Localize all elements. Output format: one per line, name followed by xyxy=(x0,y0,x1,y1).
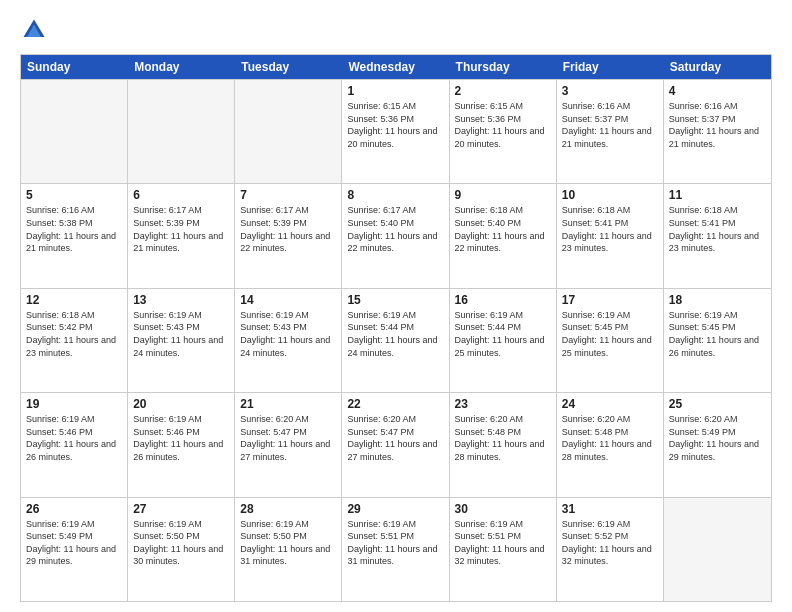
calendar-row: 19Sunrise: 6:19 AM Sunset: 5:46 PM Dayli… xyxy=(21,392,771,496)
calendar-header: SundayMondayTuesdayWednesdayThursdayFrid… xyxy=(21,55,771,79)
day-number: 4 xyxy=(669,84,766,98)
header-day: Monday xyxy=(128,55,235,79)
cell-info: Sunrise: 6:19 AM Sunset: 5:44 PM Dayligh… xyxy=(455,309,551,359)
calendar-cell: 28Sunrise: 6:19 AM Sunset: 5:50 PM Dayli… xyxy=(235,498,342,601)
header-day: Sunday xyxy=(21,55,128,79)
day-number: 18 xyxy=(669,293,766,307)
day-number: 17 xyxy=(562,293,658,307)
calendar-cell: 13Sunrise: 6:19 AM Sunset: 5:43 PM Dayli… xyxy=(128,289,235,392)
day-number: 3 xyxy=(562,84,658,98)
day-number: 15 xyxy=(347,293,443,307)
cell-info: Sunrise: 6:19 AM Sunset: 5:46 PM Dayligh… xyxy=(26,413,122,463)
day-number: 10 xyxy=(562,188,658,202)
calendar-cell: 15Sunrise: 6:19 AM Sunset: 5:44 PM Dayli… xyxy=(342,289,449,392)
day-number: 14 xyxy=(240,293,336,307)
cell-info: Sunrise: 6:20 AM Sunset: 5:48 PM Dayligh… xyxy=(455,413,551,463)
calendar-cell: 5Sunrise: 6:16 AM Sunset: 5:38 PM Daylig… xyxy=(21,184,128,287)
header xyxy=(20,16,772,44)
cell-info: Sunrise: 6:16 AM Sunset: 5:38 PM Dayligh… xyxy=(26,204,122,254)
logo xyxy=(20,16,52,44)
cell-info: Sunrise: 6:19 AM Sunset: 5:49 PM Dayligh… xyxy=(26,518,122,568)
calendar-row: 12Sunrise: 6:18 AM Sunset: 5:42 PM Dayli… xyxy=(21,288,771,392)
day-number: 26 xyxy=(26,502,122,516)
cell-info: Sunrise: 6:19 AM Sunset: 5:43 PM Dayligh… xyxy=(133,309,229,359)
cell-info: Sunrise: 6:17 AM Sunset: 5:39 PM Dayligh… xyxy=(133,204,229,254)
cell-info: Sunrise: 6:18 AM Sunset: 5:41 PM Dayligh… xyxy=(669,204,766,254)
calendar-body: 1Sunrise: 6:15 AM Sunset: 5:36 PM Daylig… xyxy=(21,79,771,601)
day-number: 23 xyxy=(455,397,551,411)
calendar-cell: 21Sunrise: 6:20 AM Sunset: 5:47 PM Dayli… xyxy=(235,393,342,496)
day-number: 22 xyxy=(347,397,443,411)
calendar-cell xyxy=(128,80,235,183)
calendar-cell: 19Sunrise: 6:19 AM Sunset: 5:46 PM Dayli… xyxy=(21,393,128,496)
day-number: 6 xyxy=(133,188,229,202)
calendar-cell: 29Sunrise: 6:19 AM Sunset: 5:51 PM Dayli… xyxy=(342,498,449,601)
cell-info: Sunrise: 6:20 AM Sunset: 5:48 PM Dayligh… xyxy=(562,413,658,463)
calendar: SundayMondayTuesdayWednesdayThursdayFrid… xyxy=(20,54,772,602)
day-number: 24 xyxy=(562,397,658,411)
cell-info: Sunrise: 6:19 AM Sunset: 5:45 PM Dayligh… xyxy=(669,309,766,359)
cell-info: Sunrise: 6:19 AM Sunset: 5:52 PM Dayligh… xyxy=(562,518,658,568)
cell-info: Sunrise: 6:19 AM Sunset: 5:44 PM Dayligh… xyxy=(347,309,443,359)
calendar-cell: 4Sunrise: 6:16 AM Sunset: 5:37 PM Daylig… xyxy=(664,80,771,183)
cell-info: Sunrise: 6:17 AM Sunset: 5:39 PM Dayligh… xyxy=(240,204,336,254)
header-day: Wednesday xyxy=(342,55,449,79)
day-number: 12 xyxy=(26,293,122,307)
cell-info: Sunrise: 6:16 AM Sunset: 5:37 PM Dayligh… xyxy=(669,100,766,150)
cell-info: Sunrise: 6:19 AM Sunset: 5:50 PM Dayligh… xyxy=(240,518,336,568)
cell-info: Sunrise: 6:20 AM Sunset: 5:47 PM Dayligh… xyxy=(347,413,443,463)
day-number: 8 xyxy=(347,188,443,202)
calendar-cell: 27Sunrise: 6:19 AM Sunset: 5:50 PM Dayli… xyxy=(128,498,235,601)
header-day: Saturday xyxy=(664,55,771,79)
calendar-cell: 17Sunrise: 6:19 AM Sunset: 5:45 PM Dayli… xyxy=(557,289,664,392)
logo-icon xyxy=(20,16,48,44)
calendar-cell xyxy=(235,80,342,183)
cell-info: Sunrise: 6:19 AM Sunset: 5:51 PM Dayligh… xyxy=(455,518,551,568)
calendar-cell: 12Sunrise: 6:18 AM Sunset: 5:42 PM Dayli… xyxy=(21,289,128,392)
cell-info: Sunrise: 6:20 AM Sunset: 5:49 PM Dayligh… xyxy=(669,413,766,463)
header-day: Thursday xyxy=(450,55,557,79)
calendar-row: 1Sunrise: 6:15 AM Sunset: 5:36 PM Daylig… xyxy=(21,79,771,183)
day-number: 16 xyxy=(455,293,551,307)
calendar-row: 26Sunrise: 6:19 AM Sunset: 5:49 PM Dayli… xyxy=(21,497,771,601)
day-number: 13 xyxy=(133,293,229,307)
header-day: Tuesday xyxy=(235,55,342,79)
cell-info: Sunrise: 6:19 AM Sunset: 5:50 PM Dayligh… xyxy=(133,518,229,568)
day-number: 29 xyxy=(347,502,443,516)
day-number: 27 xyxy=(133,502,229,516)
calendar-cell xyxy=(21,80,128,183)
calendar-cell: 14Sunrise: 6:19 AM Sunset: 5:43 PM Dayli… xyxy=(235,289,342,392)
calendar-cell: 25Sunrise: 6:20 AM Sunset: 5:49 PM Dayli… xyxy=(664,393,771,496)
calendar-cell: 18Sunrise: 6:19 AM Sunset: 5:45 PM Dayli… xyxy=(664,289,771,392)
cell-info: Sunrise: 6:17 AM Sunset: 5:40 PM Dayligh… xyxy=(347,204,443,254)
cell-info: Sunrise: 6:18 AM Sunset: 5:40 PM Dayligh… xyxy=(455,204,551,254)
calendar-row: 5Sunrise: 6:16 AM Sunset: 5:38 PM Daylig… xyxy=(21,183,771,287)
calendar-cell: 16Sunrise: 6:19 AM Sunset: 5:44 PM Dayli… xyxy=(450,289,557,392)
cell-info: Sunrise: 6:18 AM Sunset: 5:41 PM Dayligh… xyxy=(562,204,658,254)
calendar-cell: 2Sunrise: 6:15 AM Sunset: 5:36 PM Daylig… xyxy=(450,80,557,183)
header-day: Friday xyxy=(557,55,664,79)
page: SundayMondayTuesdayWednesdayThursdayFrid… xyxy=(0,0,792,612)
cell-info: Sunrise: 6:19 AM Sunset: 5:46 PM Dayligh… xyxy=(133,413,229,463)
calendar-cell: 6Sunrise: 6:17 AM Sunset: 5:39 PM Daylig… xyxy=(128,184,235,287)
day-number: 25 xyxy=(669,397,766,411)
day-number: 31 xyxy=(562,502,658,516)
cell-info: Sunrise: 6:19 AM Sunset: 5:45 PM Dayligh… xyxy=(562,309,658,359)
calendar-cell: 7Sunrise: 6:17 AM Sunset: 5:39 PM Daylig… xyxy=(235,184,342,287)
day-number: 30 xyxy=(455,502,551,516)
calendar-cell: 20Sunrise: 6:19 AM Sunset: 5:46 PM Dayli… xyxy=(128,393,235,496)
cell-info: Sunrise: 6:19 AM Sunset: 5:51 PM Dayligh… xyxy=(347,518,443,568)
calendar-cell: 3Sunrise: 6:16 AM Sunset: 5:37 PM Daylig… xyxy=(557,80,664,183)
calendar-cell: 11Sunrise: 6:18 AM Sunset: 5:41 PM Dayli… xyxy=(664,184,771,287)
calendar-cell: 9Sunrise: 6:18 AM Sunset: 5:40 PM Daylig… xyxy=(450,184,557,287)
calendar-cell: 8Sunrise: 6:17 AM Sunset: 5:40 PM Daylig… xyxy=(342,184,449,287)
day-number: 2 xyxy=(455,84,551,98)
day-number: 11 xyxy=(669,188,766,202)
day-number: 9 xyxy=(455,188,551,202)
day-number: 19 xyxy=(26,397,122,411)
calendar-cell xyxy=(664,498,771,601)
day-number: 1 xyxy=(347,84,443,98)
calendar-cell: 22Sunrise: 6:20 AM Sunset: 5:47 PM Dayli… xyxy=(342,393,449,496)
cell-info: Sunrise: 6:18 AM Sunset: 5:42 PM Dayligh… xyxy=(26,309,122,359)
calendar-cell: 30Sunrise: 6:19 AM Sunset: 5:51 PM Dayli… xyxy=(450,498,557,601)
